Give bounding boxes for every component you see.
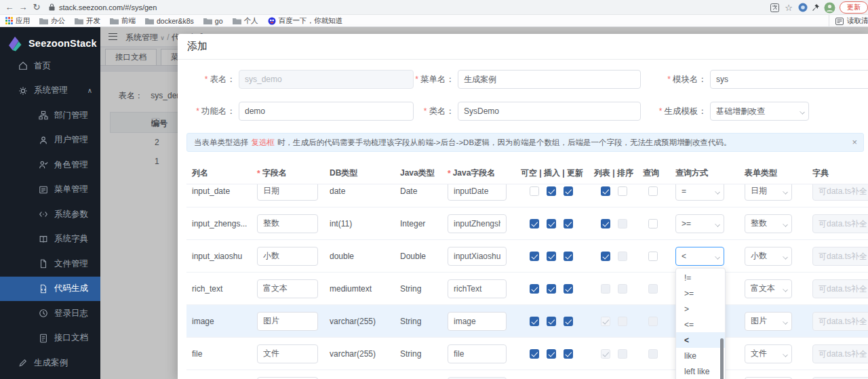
field-name-input[interactable] bbox=[257, 247, 318, 266]
sidebar-item-menu[interactable]: 菜单管理 bbox=[0, 178, 100, 203]
nullable-checkbox[interactable] bbox=[530, 317, 539, 326]
forward-button[interactable]: → bbox=[16, 2, 30, 12]
query-mode-select-open[interactable]: < bbox=[675, 247, 724, 266]
java-field-input[interactable] bbox=[448, 247, 507, 266]
insert-checkbox[interactable] bbox=[547, 317, 556, 326]
sidebar-item-files[interactable]: 文件管理 bbox=[0, 252, 100, 277]
dropdown-option-selected[interactable]: < bbox=[676, 332, 725, 348]
field-name-input[interactable] bbox=[257, 377, 318, 379]
form-type-select[interactable]: 文件 bbox=[745, 344, 792, 363]
java-field-input[interactable] bbox=[448, 279, 507, 298]
translate-icon[interactable] bbox=[770, 3, 779, 12]
field-name-input[interactable] bbox=[257, 344, 318, 363]
sidebar-item-params[interactable]: 系统参数 bbox=[0, 202, 100, 227]
bookmark-folder[interactable]: 开发 bbox=[75, 16, 100, 26]
update-checkbox[interactable] bbox=[564, 252, 573, 261]
dropdown-option[interactable]: like bbox=[676, 348, 725, 363]
chrome-update-button[interactable]: 更新 bbox=[840, 1, 868, 14]
db-type-cell: double bbox=[324, 252, 395, 261]
dropdown-option[interactable]: >= bbox=[676, 285, 725, 301]
java-field-input[interactable] bbox=[448, 312, 507, 331]
dropdown-option[interactable]: > bbox=[676, 301, 725, 317]
alert-close-icon[interactable]: × bbox=[852, 137, 857, 147]
java-field-input[interactable] bbox=[448, 344, 507, 363]
query-mode-select[interactable]: = bbox=[675, 184, 724, 201]
address-bar[interactable]: stack.seezoon.com/#/sys/gen bbox=[59, 3, 157, 12]
sidebar-item-codegen[interactable]: 代码生成 bbox=[0, 277, 100, 302]
form-type-select[interactable]: 图片 bbox=[745, 312, 792, 331]
field-name-input[interactable] bbox=[257, 214, 318, 233]
bookmark-folder[interactable]: 前端 bbox=[110, 16, 136, 26]
form-type-select[interactable]: 日期 bbox=[745, 184, 792, 201]
java-type-cell: String bbox=[395, 284, 442, 294]
insert-checkbox[interactable] bbox=[547, 219, 556, 228]
class-name-input[interactable] bbox=[458, 102, 641, 121]
query-checkbox[interactable] bbox=[648, 186, 658, 196]
query-checkbox[interactable] bbox=[648, 219, 658, 228]
form-type-select[interactable] bbox=[745, 377, 792, 379]
update-checkbox[interactable] bbox=[564, 349, 573, 359]
update-checkbox[interactable] bbox=[564, 317, 573, 326]
nullable-checkbox[interactable] bbox=[530, 252, 539, 261]
sidebar-item-loginlog[interactable]: 登录日志 bbox=[0, 301, 100, 326]
field-name-input[interactable] bbox=[257, 279, 318, 298]
bookmark-baidu[interactable]: 百度一下，你就知道 bbox=[268, 16, 343, 26]
bookmark-folder[interactable]: 办公 bbox=[39, 16, 65, 26]
insert-checkbox[interactable] bbox=[547, 252, 556, 261]
nullable-checkbox[interactable] bbox=[530, 284, 539, 294]
dropdown-option[interactable]: left like bbox=[676, 363, 725, 379]
sort-checkbox[interactable] bbox=[618, 186, 627, 196]
sidebar-item-dept[interactable]: 部门管理 bbox=[0, 103, 100, 128]
field-name-input[interactable] bbox=[257, 184, 318, 201]
nullable-checkbox[interactable] bbox=[530, 219, 539, 228]
menu-name-input[interactable] bbox=[458, 70, 641, 89]
sidebar-item-system[interactable]: 系统管理 ∧ bbox=[0, 79, 100, 104]
insert-checkbox[interactable] bbox=[547, 186, 556, 196]
form-type-select[interactable]: 小数 bbox=[745, 247, 792, 266]
field-name-input[interactable] bbox=[257, 312, 318, 331]
dropdown-option[interactable]: <= bbox=[676, 317, 725, 332]
update-checkbox[interactable] bbox=[564, 186, 573, 196]
module-name-input[interactable] bbox=[710, 70, 868, 89]
sidebar-item-role[interactable]: 角色管理 bbox=[0, 153, 100, 178]
table-row-partial bbox=[186, 370, 868, 379]
list-checkbox[interactable] bbox=[601, 186, 610, 196]
insert-checkbox[interactable] bbox=[547, 284, 556, 294]
sidebar-item-user[interactable]: 用户管理 bbox=[0, 128, 100, 153]
extension-icon[interactable] bbox=[798, 3, 808, 12]
update-checkbox[interactable] bbox=[564, 219, 573, 228]
nullable-checkbox[interactable] bbox=[530, 349, 539, 359]
sidebar-item-gencase[interactable]: 生成案例 bbox=[0, 351, 100, 376]
dropdown-option[interactable]: != bbox=[676, 270, 725, 285]
org-chart-icon bbox=[39, 111, 48, 120]
bookmark-star-icon[interactable]: ☆ bbox=[783, 3, 794, 13]
java-field-input[interactable] bbox=[448, 214, 507, 233]
bookmark-folder[interactable]: docker&k8s bbox=[145, 17, 194, 25]
folder-icon bbox=[203, 18, 212, 24]
avatar[interactable] bbox=[824, 2, 835, 14]
list-checkbox[interactable] bbox=[601, 252, 610, 261]
bookmark-folder[interactable]: go bbox=[203, 17, 223, 25]
nullable-checkbox[interactable] bbox=[530, 186, 539, 196]
sidebar-item-home[interactable]: 首页 bbox=[0, 54, 100, 79]
sort-checkbox bbox=[618, 284, 627, 294]
list-checkbox[interactable] bbox=[601, 219, 610, 228]
dropdown-scrollbar[interactable] bbox=[720, 338, 724, 379]
form-type-select[interactable]: 整数 bbox=[745, 214, 792, 233]
sidebar-item-apidoc[interactable]: 接口文档 bbox=[0, 326, 100, 351]
query-checkbox[interactable] bbox=[648, 252, 658, 261]
back-button[interactable]: ← bbox=[3, 2, 16, 12]
extensions-pin-icon[interactable] bbox=[812, 3, 820, 12]
brand[interactable]: SeezoonStack bbox=[0, 27, 100, 54]
sidebar-item-dict[interactable]: 系统字典 bbox=[0, 227, 100, 252]
query-mode-select[interactable]: >= bbox=[675, 214, 724, 233]
form-type-select[interactable]: 富文本 bbox=[745, 279, 792, 298]
template-select[interactable]: 基础增删改查 bbox=[710, 102, 809, 121]
reload-button[interactable]: ↻ bbox=[30, 2, 43, 12]
reading-list-button[interactable]: 读取清单 bbox=[829, 15, 868, 27]
bookmark-folder[interactable]: 个人 bbox=[233, 16, 258, 26]
insert-checkbox[interactable] bbox=[547, 349, 556, 359]
java-field-input[interactable] bbox=[448, 184, 507, 201]
update-checkbox[interactable] bbox=[564, 284, 573, 294]
bookmark-apps[interactable]: 应用 bbox=[5, 16, 30, 26]
